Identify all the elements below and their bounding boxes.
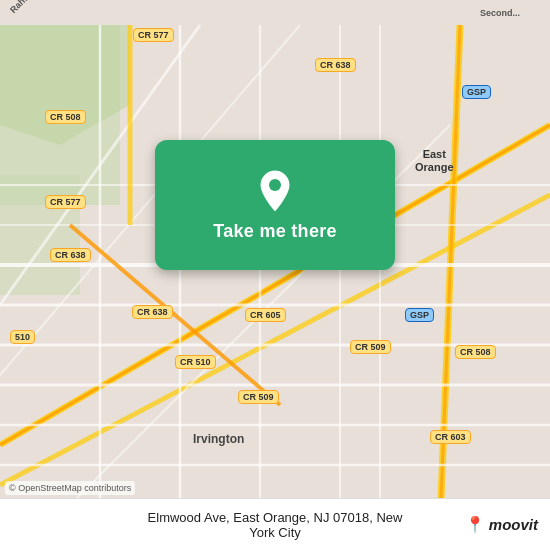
road-badge-cr638-2: CR 638: [50, 248, 91, 262]
road-badge-cr605: CR 605: [245, 308, 286, 322]
road-badge-cr603: CR 603: [430, 430, 471, 444]
road-badge-gsp-1: GSP: [462, 85, 491, 99]
moovit-brand-text: moovit: [489, 516, 538, 533]
svg-point-27: [269, 179, 281, 191]
road-badge-cr510: CR 510: [175, 355, 216, 369]
map-background: [0, 0, 550, 550]
map-container: CR 577 CR 508 CR 577 CR 638 CR 638 CR 63…: [0, 0, 550, 550]
road-badge-cr638-3: CR 638: [132, 305, 173, 319]
take-me-there-label: Take me there: [213, 221, 337, 242]
second-label: Second...: [480, 8, 520, 18]
irvington-label: Irvington: [193, 432, 244, 446]
road-badge-cr509-2: CR 509: [238, 390, 279, 404]
svg-rect-2: [0, 175, 80, 295]
osm-attribution: © OpenStreetMap contributors: [5, 481, 135, 495]
moovit-logo: 📍 moovit: [407, 515, 539, 534]
road-badge-gsp-2: GSP: [405, 308, 434, 322]
east-orange-label: EastOrange: [415, 148, 454, 174]
road-badge-cr508-2: CR 508: [455, 345, 496, 359]
road-badge-510: 510: [10, 330, 35, 344]
address-text: Elmwood Ave, East Orange, NJ 07018, New …: [144, 510, 407, 540]
road-badge-cr577-1: CR 577: [133, 28, 174, 42]
road-badge-cr508-1: CR 508: [45, 110, 86, 124]
moovit-pin-icon: 📍: [465, 515, 485, 534]
road-badge-cr509-1: CR 509: [350, 340, 391, 354]
road-badge-cr577-2: CR 577: [45, 195, 86, 209]
bottom-bar: Elmwood Ave, East Orange, NJ 07018, New …: [0, 498, 550, 550]
osm-attribution-text: © OpenStreetMap contributors: [9, 483, 131, 493]
road-badge-cr638-1: CR 638: [315, 58, 356, 72]
take-me-there-card[interactable]: Take me there: [155, 140, 395, 270]
location-pin-icon: [256, 169, 294, 213]
